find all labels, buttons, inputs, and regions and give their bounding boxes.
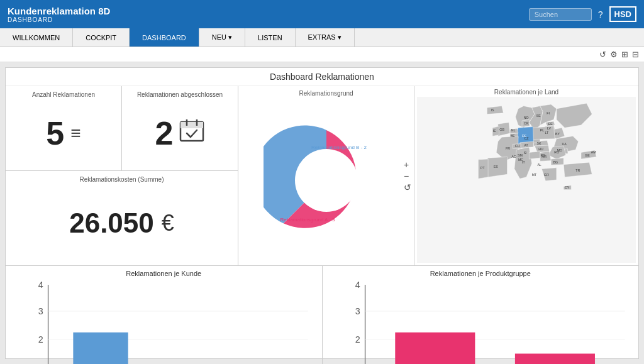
reset-icon[interactable]: ↺ xyxy=(404,183,411,192)
svg-text:4: 4 xyxy=(355,280,360,290)
anzahl-number: 5 xyxy=(46,117,64,150)
app-header: Kundenreklamation 8D DASHBOARD ? HSD xyxy=(0,0,644,28)
svg-text:NO: NO xyxy=(524,116,529,119)
app-title: Kundenreklamation 8D xyxy=(8,6,110,16)
settings-icon[interactable]: ⚙ xyxy=(610,50,618,59)
chart-controls: + − ↺ xyxy=(404,160,411,192)
cost-number: 26.050 xyxy=(69,207,154,239)
nav-cockpit[interactable]: COCKPIT xyxy=(73,28,130,47)
svg-text:4: 4 xyxy=(38,280,43,290)
produktgruppe-chart-panel: Reklamationen je Produktgruppe Anzahl 0 … xyxy=(323,266,639,364)
svg-text:Reklamationsgrund B - 2: Reklamationsgrund B - 2 xyxy=(311,145,367,150)
donut-chart: Reklamationsgrund A - 3 Reklamationsgrun… xyxy=(264,118,389,243)
svg-text:BG: BG xyxy=(553,160,558,164)
anzahl-label: Anzahl Reklamationen xyxy=(13,91,114,98)
svg-text:RS: RS xyxy=(541,153,546,157)
abgeschlossen-box: Reklamationen abgeschlossen 2 xyxy=(122,86,238,170)
collapse-icon[interactable]: ⊟ xyxy=(632,50,639,59)
svg-text:SE: SE xyxy=(536,114,541,118)
svg-text:AM: AM xyxy=(591,150,596,154)
svg-text:SK: SK xyxy=(537,141,541,145)
bottom-section: Reklamationen je Kunde Anzahl 0 1 2 xyxy=(6,266,638,364)
svg-text:CH: CH xyxy=(515,144,520,148)
svg-text:IS: IS xyxy=(491,108,494,112)
search-input[interactable] xyxy=(529,8,592,21)
svg-text:MC: MC xyxy=(518,158,523,162)
svg-text:SM: SM xyxy=(518,153,523,157)
kunde-chart-panel: Reklamationen je Kunde Anzahl 0 1 2 xyxy=(6,266,323,364)
svg-rect-58 xyxy=(73,333,128,364)
svg-text:PL: PL xyxy=(540,128,544,132)
cost-value-group: 26.050 € xyxy=(13,185,230,260)
left-stats-panel: Anzahl Reklamationen 5 ≡ Reklamationen a… xyxy=(6,86,238,265)
svg-text:TR: TR xyxy=(575,168,580,172)
help-icon[interactable]: ? xyxy=(598,9,603,19)
nav-dashboard[interactable]: DASHBOARD xyxy=(130,28,199,47)
top-section: Anzahl Reklamationen 5 ≡ Reklamationen a… xyxy=(6,86,638,266)
svg-text:MT: MT xyxy=(532,173,537,177)
svg-text:2: 2 xyxy=(355,334,360,345)
donut-title: Reklamationsgrund xyxy=(299,90,353,97)
svg-text:CY: CY xyxy=(565,185,570,189)
expand-icon[interactable]: ⊞ xyxy=(621,50,628,59)
svg-text:AT: AT xyxy=(525,143,529,147)
svg-text:DE: DE xyxy=(522,134,527,138)
main-content: Dashboard Reklamationen Anzahl Reklamati… xyxy=(0,62,644,364)
main-nav: WILLKOMMEN COCKPIT DASHBOARD NEU ▾ LISTE… xyxy=(0,28,644,47)
abgeschlossen-number: 2 xyxy=(155,117,174,150)
nav-neu[interactable]: NEU ▾ xyxy=(199,28,245,47)
svg-text:IE: IE xyxy=(493,129,496,133)
svg-text:GB: GB xyxy=(499,128,504,131)
donut-panel: Reklamationsgrund Reklamationsgrund A xyxy=(238,86,414,265)
calendar-check-icon xyxy=(179,118,204,148)
svg-text:LT: LT xyxy=(545,131,550,135)
cost-box: Reklamationskosten (Summe) 26.050 € xyxy=(6,171,238,265)
header-title-group: Kundenreklamation 8D DASHBOARD xyxy=(8,6,110,23)
svg-text:SI: SI xyxy=(524,151,527,155)
svg-text:PT: PT xyxy=(480,166,485,170)
abgeschlossen-value-group: 2 xyxy=(130,101,230,165)
svg-text:3: 3 xyxy=(355,306,360,316)
svg-text:HU: HU xyxy=(538,147,543,151)
app-subtitle: DASHBOARD xyxy=(8,16,110,23)
svg-text:GE: GE xyxy=(585,153,590,157)
dashboard-card: Dashboard Reklamationen Anzahl Reklamati… xyxy=(5,67,639,359)
svg-text:EE: EE xyxy=(548,122,553,126)
kunde-chart-title: Reklamationen je Kunde xyxy=(9,270,318,277)
svg-text:FR: FR xyxy=(506,146,510,150)
svg-text:BE: BE xyxy=(511,134,515,138)
europe-map: NO SE FI EE LV LT BY UA PL CZ SK HU MD R… xyxy=(417,97,636,263)
toolbar: ↺ ⚙ ⊞ ⊟ xyxy=(0,47,644,62)
svg-text:3: 3 xyxy=(38,306,43,316)
svg-rect-75 xyxy=(514,354,594,364)
svg-rect-1 xyxy=(180,122,203,128)
svg-text:AD: AD xyxy=(512,155,516,158)
dashboard-title: Dashboard Reklamationen xyxy=(6,68,638,86)
header-actions: ? HSD xyxy=(529,6,636,22)
svg-text:GR: GR xyxy=(544,173,549,177)
nav-listen[interactable]: LISTEN xyxy=(245,28,296,47)
svg-text:NL: NL xyxy=(511,128,516,132)
svg-text:BY: BY xyxy=(555,132,560,136)
zoom-out-icon[interactable]: − xyxy=(404,172,411,180)
abgeschlossen-label: Reklamationen abgeschlossen xyxy=(130,91,230,98)
svg-text:DK: DK xyxy=(525,121,530,125)
svg-point-4 xyxy=(295,149,358,212)
svg-text:Reklamationsgrund A - 3: Reklamationsgrund A - 3 xyxy=(280,217,335,223)
logo: HSD xyxy=(609,6,636,22)
svg-text:AL: AL xyxy=(537,163,541,167)
produktgruppe-y-axis-label: Anzahl xyxy=(326,280,333,364)
svg-text:UA: UA xyxy=(562,142,567,146)
stats-row: Anzahl Reklamationen 5 ≡ Reklamationen a… xyxy=(6,86,238,171)
svg-text:FI: FI xyxy=(547,111,550,115)
produktgruppe-chart-title: Reklamationen je Produktgruppe xyxy=(326,270,635,277)
cost-currency: € xyxy=(162,210,174,236)
kunde-y-axis-label: Anzahl xyxy=(9,280,16,364)
nav-willkommen[interactable]: WILLKOMMEN xyxy=(0,28,73,47)
zoom-in-icon[interactable]: + xyxy=(404,160,411,169)
nav-extras[interactable]: EXTRAS ▾ xyxy=(296,28,355,47)
cost-label: Reklamationskosten (Summe) xyxy=(13,176,230,183)
svg-text:RO: RO xyxy=(554,150,559,154)
map-panel: Reklamationen je Land xyxy=(414,86,638,265)
refresh-icon[interactable]: ↺ xyxy=(599,50,606,59)
